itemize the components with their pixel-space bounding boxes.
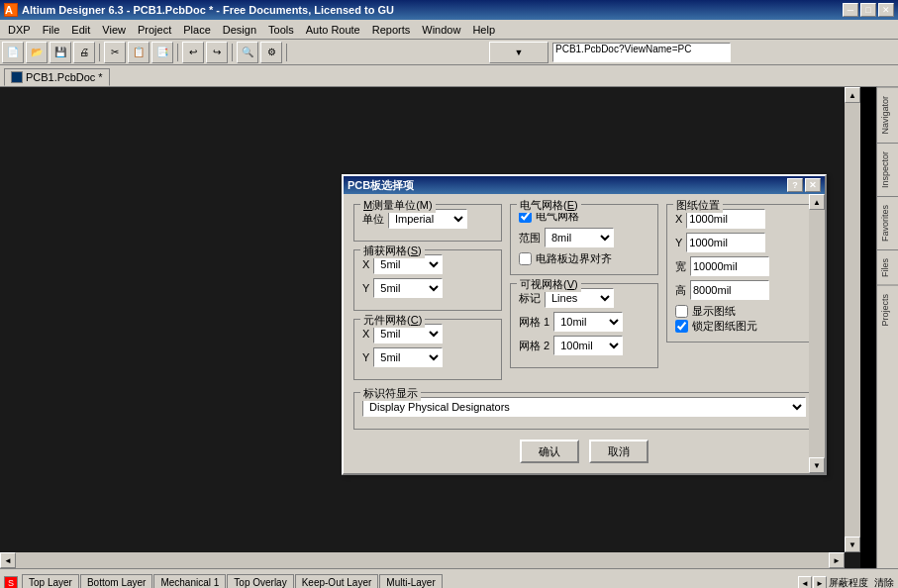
- show-sheet-checkbox[interactable]: [675, 305, 688, 318]
- close-button[interactable]: ✕: [878, 3, 894, 17]
- menu-tools[interactable]: Tools: [262, 22, 300, 38]
- comp-y-label: Y: [362, 351, 369, 363]
- right-tab-projects[interactable]: Projects: [877, 285, 898, 335]
- clear-label: 清除: [874, 576, 894, 588]
- hscroll-track[interactable]: [16, 552, 829, 568]
- align-checkbox[interactable]: [519, 252, 532, 265]
- dialog-scroll-up[interactable]: ▲: [809, 194, 825, 210]
- sheet-y-row: Y: [675, 233, 806, 252]
- toolbar: 📄 📂 💾 🖨 ✂ 📋 📑 ↩ ↪ 🔍 ⚙ ▼ PCB1.PcbDoc?View…: [0, 40, 898, 65]
- right-tab-inspector[interactable]: Inspector: [877, 143, 898, 196]
- minimize-button[interactable]: ─: [843, 3, 858, 17]
- grid1-row: 网格 1 10mil5mil20mil: [519, 312, 649, 332]
- designator-group-label: 标识符显示: [360, 386, 421, 401]
- toolbar-btn-5[interactable]: ✂: [104, 42, 126, 63]
- menu-edit[interactable]: Edit: [65, 22, 96, 38]
- right-tab-files[interactable]: Files: [877, 249, 898, 285]
- toolbar-btn-3[interactable]: 💾: [50, 42, 71, 63]
- unit-label: 单位: [362, 212, 384, 227]
- electrical-range-select[interactable]: 8mil4mil16mil: [545, 228, 614, 247]
- toolbar-btn-10[interactable]: 🔍: [237, 42, 258, 63]
- snap-group: 捕获网格(S) X 5mil1mil10mil Y 5mil1mil10mil: [353, 249, 502, 311]
- dialog-title-buttons[interactable]: ? ✕: [787, 178, 821, 192]
- document-tabs: PCB1.PcbDoc *: [0, 65, 898, 87]
- designator-select[interactable]: Display Physical Designators Display Log…: [362, 397, 806, 417]
- toolbar-btn-1[interactable]: 📄: [2, 42, 24, 63]
- measure-group: M测量单位(M) 单位 Imperial Metric: [353, 204, 502, 242]
- toolbar-btn-7[interactable]: 📑: [151, 42, 173, 63]
- layer-tab-multilayer[interactable]: Multi-Layer: [379, 574, 442, 588]
- measure-group-label: M测量单位(M): [360, 198, 436, 213]
- menu-dxp[interactable]: DXP: [2, 22, 37, 38]
- vscroll-up[interactable]: ▲: [845, 87, 860, 103]
- dialog-help-button[interactable]: ?: [787, 178, 803, 192]
- right-tab-navigator[interactable]: Navigator: [877, 87, 898, 143]
- toolbar-nav-btn[interactable]: ▼: [489, 42, 549, 63]
- toolbar-btn-4[interactable]: 🖨: [73, 42, 95, 63]
- sheet-width-row: 宽: [675, 256, 806, 276]
- align-checkbox-label: 电路板边界对齐: [536, 251, 612, 266]
- menu-reports[interactable]: Reports: [366, 22, 417, 38]
- ok-button[interactable]: 确认: [520, 440, 579, 463]
- toolbar-btn-2[interactable]: 📂: [26, 42, 48, 63]
- app-icon: A: [4, 3, 18, 17]
- menu-project[interactable]: Project: [132, 22, 177, 38]
- component-group-label: 元件网格(C): [360, 313, 425, 328]
- layer-tab-topoverlay[interactable]: Top Overlay: [227, 574, 293, 588]
- layer-tab-keepout[interactable]: Keep-Out Layer: [295, 574, 379, 588]
- right-panel: Navigator Inspector Favorites Files Proj…: [876, 87, 898, 568]
- toolbar-btn-6[interactable]: 📋: [128, 42, 150, 63]
- layer-scroll-right[interactable]: ►: [813, 576, 827, 588]
- dialog-close-button[interactable]: ✕: [805, 178, 821, 192]
- comp-y-select[interactable]: 5mil1mil10mil: [373, 347, 443, 367]
- menu-view[interactable]: View: [96, 22, 132, 38]
- app-title: Altium Designer 6.3 - PCB1.PcbDoc * - Fr…: [22, 4, 394, 16]
- sheet-y-input[interactable]: [686, 233, 765, 252]
- title-bar: A Altium Designer 6.3 - PCB1.PcbDoc * - …: [0, 0, 898, 20]
- toolbar-btn-9[interactable]: ↪: [206, 42, 228, 63]
- menu-place[interactable]: Place: [177, 22, 217, 38]
- electrical-group-label: 电气网格(E): [517, 198, 581, 213]
- title-bar-buttons[interactable]: ─ □ ✕: [843, 3, 894, 17]
- menu-autoroute[interactable]: Auto Route: [300, 22, 366, 38]
- grid2-select[interactable]: 100mil50mil200mil: [553, 336, 623, 355]
- show-sheet-row: 显示图纸: [675, 304, 806, 319]
- layer-tab-bottom[interactable]: Bottom Layer: [80, 574, 152, 588]
- menu-file[interactable]: File: [37, 22, 66, 38]
- layer-scroll-left[interactable]: ◄: [798, 576, 812, 588]
- layer-dot-s[interactable]: S: [4, 576, 18, 588]
- grid1-select[interactable]: 10mil5mil20mil: [553, 312, 623, 332]
- title-bar-content: A Altium Designer 6.3 - PCB1.PcbDoc * - …: [4, 3, 394, 17]
- maximize-button[interactable]: □: [860, 3, 876, 17]
- snap-y-select[interactable]: 5mil1mil10mil: [373, 278, 443, 298]
- dialog-title-bar: PCB板选择项 ? ✕: [344, 176, 825, 194]
- dialog-scroll-track[interactable]: [809, 210, 825, 457]
- menu-help[interactable]: Help: [466, 22, 501, 38]
- visible-group: 可视网格(V) 标记 LinesDots 网格 1 10mil5mil20mil: [510, 283, 658, 368]
- sheet-width-input[interactable]: [690, 256, 769, 276]
- pcb-doc-tab[interactable]: PCB1.PcbDoc *: [4, 68, 110, 86]
- hscroll-right[interactable]: ►: [829, 552, 845, 568]
- toolbar-sep-1: [99, 44, 100, 61]
- layer-tab-top[interactable]: Top Layer: [22, 574, 79, 588]
- sheet-height-input[interactable]: [690, 280, 769, 300]
- layer-tab-bar: S Top Layer Bottom Layer Mechanical 1 To…: [0, 568, 898, 588]
- menu-window[interactable]: Window: [416, 22, 466, 38]
- snap-y-row: Y 5mil1mil10mil: [362, 278, 493, 298]
- hscroll-left[interactable]: ◄: [0, 552, 16, 568]
- comp-y-row: Y 5mil1mil10mil: [362, 347, 493, 367]
- toolbar-btn-11[interactable]: ⚙: [260, 42, 282, 63]
- menu-design[interactable]: Design: [217, 22, 262, 38]
- mark-label: 标记: [519, 291, 541, 306]
- vscroll-down[interactable]: ▼: [845, 537, 860, 552]
- grid2-row: 网格 2 100mil50mil200mil: [519, 336, 649, 355]
- dialog-scroll-down[interactable]: ▼: [809, 457, 825, 473]
- lock-sheet-row: 锁定图纸图元: [675, 319, 806, 334]
- lock-sheet-checkbox[interactable]: [675, 320, 688, 333]
- toolbar-btn-8[interactable]: ↩: [182, 42, 204, 63]
- cancel-button[interactable]: 取消: [589, 440, 649, 463]
- layer-tab-mech1[interactable]: Mechanical 1: [153, 574, 226, 588]
- toolbar-path-input[interactable]: PCB1.PcbDoc?ViewName=PC: [552, 43, 731, 62]
- right-tab-favorites[interactable]: Favorites: [877, 196, 898, 249]
- vscroll-track[interactable]: [845, 103, 860, 537]
